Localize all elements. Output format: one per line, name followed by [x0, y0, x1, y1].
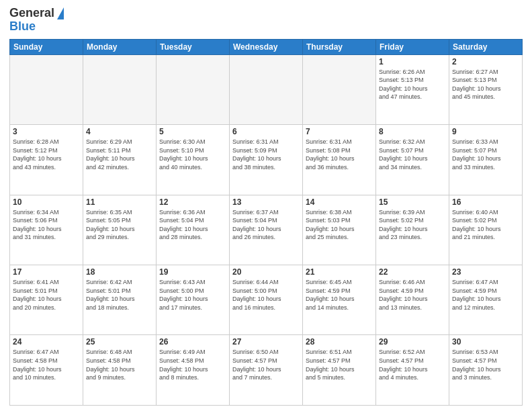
day-cell: 30Sunrise: 6:53 AM Sunset: 4:57 PM Dayli…: [449, 335, 523, 406]
day-info: Sunrise: 6:44 AM Sunset: 5:00 PM Dayligh…: [232, 278, 300, 312]
weekday-friday: Friday: [376, 39, 449, 54]
day-cell: [303, 54, 376, 124]
day-cell: 27Sunrise: 6:50 AM Sunset: 4:57 PM Dayli…: [230, 335, 303, 406]
day-number: 10: [13, 197, 80, 207]
day-number: 4: [86, 127, 153, 136]
day-info: Sunrise: 6:35 AM Sunset: 5:05 PM Dayligh…: [86, 208, 153, 242]
day-info: Sunrise: 6:50 AM Sunset: 4:57 PM Dayligh…: [232, 348, 300, 381]
day-number: 24: [13, 337, 80, 347]
day-cell: 15Sunrise: 6:39 AM Sunset: 5:02 PM Dayli…: [376, 195, 449, 265]
day-number: 2: [452, 57, 519, 66]
logo-text: General: [9, 7, 54, 20]
logo-blue: Blue: [9, 20, 36, 34]
day-info: Sunrise: 6:46 AM Sunset: 4:59 PM Dayligh…: [379, 278, 446, 312]
logo-general: General: [9, 6, 54, 19]
weekday-sunday: Sunday: [10, 39, 83, 54]
day-number: 3: [13, 127, 80, 136]
day-number: 13: [232, 197, 300, 207]
day-cell: 26Sunrise: 6:49 AM Sunset: 4:58 PM Dayli…: [157, 335, 230, 406]
day-cell: 24Sunrise: 6:47 AM Sunset: 4:58 PM Dayli…: [10, 335, 83, 406]
day-cell: [83, 54, 157, 124]
weekday-monday: Monday: [83, 39, 157, 54]
day-cell: 20Sunrise: 6:44 AM Sunset: 5:00 PM Dayli…: [230, 265, 303, 335]
day-info: Sunrise: 6:27 AM Sunset: 5:13 PM Dayligh…: [452, 68, 519, 101]
day-cell: 25Sunrise: 6:48 AM Sunset: 4:58 PM Dayli…: [83, 335, 157, 406]
weekday-saturday: Saturday: [449, 39, 523, 54]
day-info: Sunrise: 6:45 AM Sunset: 4:59 PM Dayligh…: [306, 278, 373, 312]
day-info: Sunrise: 6:33 AM Sunset: 5:07 PM Dayligh…: [452, 138, 519, 171]
day-number: 25: [86, 337, 153, 347]
day-cell: 5Sunrise: 6:30 AM Sunset: 5:10 PM Daylig…: [157, 125, 230, 195]
day-number: 5: [159, 127, 226, 136]
day-cell: 7Sunrise: 6:31 AM Sunset: 5:08 PM Daylig…: [303, 125, 376, 195]
day-cell: [230, 54, 303, 124]
day-number: 9: [452, 127, 519, 136]
day-info: Sunrise: 6:28 AM Sunset: 5:12 PM Dayligh…: [13, 138, 80, 171]
day-cell: 16Sunrise: 6:40 AM Sunset: 5:02 PM Dayli…: [449, 195, 523, 265]
day-info: Sunrise: 6:47 AM Sunset: 4:58 PM Dayligh…: [13, 348, 80, 381]
week-row-0: 1Sunrise: 6:26 AM Sunset: 5:13 PM Daylig…: [10, 54, 523, 124]
day-number: 14: [306, 197, 373, 207]
day-info: Sunrise: 6:39 AM Sunset: 5:02 PM Dayligh…: [379, 208, 446, 242]
day-number: 28: [306, 337, 373, 347]
day-cell: 11Sunrise: 6:35 AM Sunset: 5:05 PM Dayli…: [83, 195, 157, 265]
weekday-tuesday: Tuesday: [157, 39, 230, 54]
weekday-wednesday: Wednesday: [230, 39, 303, 54]
day-cell: 19Sunrise: 6:43 AM Sunset: 5:00 PM Dayli…: [157, 265, 230, 335]
week-row-3: 17Sunrise: 6:41 AM Sunset: 5:01 PM Dayli…: [10, 265, 523, 335]
header: General Blue: [9, 7, 523, 34]
day-cell: 12Sunrise: 6:36 AM Sunset: 5:04 PM Dayli…: [157, 195, 230, 265]
day-number: 29: [379, 337, 446, 347]
day-number: 11: [86, 197, 153, 207]
calendar-table: SundayMondayTuesdayWednesdayThursdayFrid…: [9, 39, 523, 406]
day-cell: [157, 54, 230, 124]
day-info: Sunrise: 6:53 AM Sunset: 4:57 PM Dayligh…: [452, 348, 519, 381]
day-info: Sunrise: 6:52 AM Sunset: 4:57 PM Dayligh…: [379, 348, 446, 381]
day-cell: 8Sunrise: 6:32 AM Sunset: 5:07 PM Daylig…: [376, 125, 449, 195]
day-number: 23: [452, 267, 519, 277]
day-info: Sunrise: 6:31 AM Sunset: 5:09 PM Dayligh…: [232, 138, 300, 171]
day-number: 17: [13, 267, 80, 277]
day-cell: 9Sunrise: 6:33 AM Sunset: 5:07 PM Daylig…: [449, 125, 523, 195]
day-cell: 29Sunrise: 6:52 AM Sunset: 4:57 PM Dayli…: [376, 335, 449, 406]
day-info: Sunrise: 6:32 AM Sunset: 5:07 PM Dayligh…: [379, 138, 446, 171]
day-number: 15: [379, 197, 446, 207]
day-info: Sunrise: 6:34 AM Sunset: 5:06 PM Dayligh…: [13, 208, 80, 242]
day-cell: 22Sunrise: 6:46 AM Sunset: 4:59 PM Dayli…: [376, 265, 449, 335]
day-cell: 6Sunrise: 6:31 AM Sunset: 5:09 PM Daylig…: [230, 125, 303, 195]
day-number: 19: [159, 267, 226, 277]
day-number: 12: [159, 197, 226, 207]
day-number: 6: [232, 127, 300, 136]
weekday-thursday: Thursday: [303, 39, 376, 54]
week-row-1: 3Sunrise: 6:28 AM Sunset: 5:12 PM Daylig…: [10, 125, 523, 195]
day-cell: 23Sunrise: 6:47 AM Sunset: 4:59 PM Dayli…: [449, 265, 523, 335]
page: General Blue SundayMondayTuesdayWednesda…: [0, 0, 532, 411]
day-info: Sunrise: 6:36 AM Sunset: 5:04 PM Dayligh…: [159, 208, 226, 242]
day-info: Sunrise: 6:47 AM Sunset: 4:59 PM Dayligh…: [452, 278, 519, 312]
day-cell: 28Sunrise: 6:51 AM Sunset: 4:57 PM Dayli…: [303, 335, 376, 406]
day-number: 20: [232, 267, 300, 277]
day-info: Sunrise: 6:40 AM Sunset: 5:02 PM Dayligh…: [452, 208, 519, 242]
day-cell: 17Sunrise: 6:41 AM Sunset: 5:01 PM Dayli…: [10, 265, 83, 335]
logo-triangle: [57, 7, 64, 19]
day-cell: 18Sunrise: 6:42 AM Sunset: 5:01 PM Dayli…: [83, 265, 157, 335]
day-cell: 21Sunrise: 6:45 AM Sunset: 4:59 PM Dayli…: [303, 265, 376, 335]
day-info: Sunrise: 6:31 AM Sunset: 5:08 PM Dayligh…: [306, 138, 373, 171]
day-number: 27: [232, 337, 300, 347]
day-info: Sunrise: 6:51 AM Sunset: 4:57 PM Dayligh…: [306, 348, 373, 381]
day-number: 30: [452, 337, 519, 347]
day-info: Sunrise: 6:29 AM Sunset: 5:11 PM Dayligh…: [86, 138, 153, 171]
day-cell: 10Sunrise: 6:34 AM Sunset: 5:06 PM Dayli…: [10, 195, 83, 265]
day-cell: 2Sunrise: 6:27 AM Sunset: 5:13 PM Daylig…: [449, 54, 523, 124]
day-info: Sunrise: 6:41 AM Sunset: 5:01 PM Dayligh…: [13, 278, 80, 312]
day-info: Sunrise: 6:42 AM Sunset: 5:01 PM Dayligh…: [86, 278, 153, 312]
day-number: 7: [306, 127, 373, 136]
logo: General Blue: [9, 7, 64, 34]
day-number: 26: [159, 337, 226, 347]
day-number: 18: [86, 267, 153, 277]
day-cell: 14Sunrise: 6:38 AM Sunset: 5:03 PM Dayli…: [303, 195, 376, 265]
day-info: Sunrise: 6:49 AM Sunset: 4:58 PM Dayligh…: [159, 348, 226, 381]
day-cell: 13Sunrise: 6:37 AM Sunset: 5:04 PM Dayli…: [230, 195, 303, 265]
weekday-header-row: SundayMondayTuesdayWednesdayThursdayFrid…: [10, 39, 523, 54]
day-cell: 1Sunrise: 6:26 AM Sunset: 5:13 PM Daylig…: [376, 54, 449, 124]
